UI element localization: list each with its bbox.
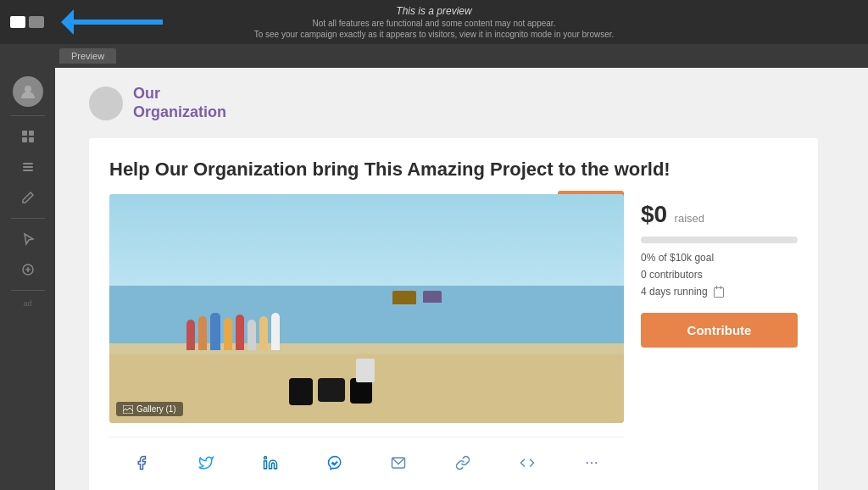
gallery-badge[interactable]: Gallery (1) xyxy=(116,402,183,416)
progress-bar-container xyxy=(641,237,798,243)
svg-rect-7 xyxy=(23,170,33,171)
sidebar-icon-cursor[interactable] xyxy=(14,227,42,251)
raised-amount: $0 xyxy=(641,201,667,227)
top-bar: This is a preview Not all features are f… xyxy=(0,0,868,44)
sidebar-icon-list[interactable] xyxy=(14,155,42,179)
sidebar-divider-3 xyxy=(11,290,45,291)
preview-note: To see your campaign exactly as it appea… xyxy=(254,30,615,39)
view-icons xyxy=(0,16,54,28)
twitter-share-icon[interactable] xyxy=(192,449,220,476)
svg-rect-4 xyxy=(29,137,34,142)
campaign-card: Help Our Organization bring This Amazing… xyxy=(89,138,818,490)
monitor-view-icon[interactable] xyxy=(29,16,44,28)
org-header: Our Organization xyxy=(89,85,843,121)
preview-subtitle: Not all features are functional and some… xyxy=(254,19,615,28)
sidebar-icon-add[interactable] xyxy=(14,258,42,281)
contributors-stat: 0 contributors xyxy=(641,269,798,281)
linkedin-share-icon[interactable] xyxy=(257,449,284,476)
svg-rect-6 xyxy=(23,166,33,168)
contribute-button[interactable]: Contribute xyxy=(641,313,798,348)
campaign-image: Gallery (1) xyxy=(109,194,624,423)
sidebar-icon-grid[interactable] xyxy=(14,125,42,148)
sidebar-divider-2 xyxy=(11,218,45,219)
raised-row: $0 raised xyxy=(641,201,798,228)
main-layout: ad Our Organization Help Our Organizatio… xyxy=(0,68,868,490)
grid-view-icon[interactable] xyxy=(10,16,25,28)
svg-point-14 xyxy=(591,462,593,464)
campaign-body: Subscribe xyxy=(109,194,798,476)
preview-tab[interactable]: Preview xyxy=(59,48,116,64)
second-bar: Preview xyxy=(0,44,868,68)
org-name: Our Organization xyxy=(133,85,226,121)
top-bar-left xyxy=(0,0,163,44)
campaign-title: Help Our Organization bring This Amazing… xyxy=(109,159,798,181)
email-share-icon[interactable] xyxy=(385,449,412,476)
org-logo xyxy=(89,86,123,120)
more-share-icon[interactable] xyxy=(578,449,605,476)
sidebar-divider-1 xyxy=(11,115,45,116)
svg-point-0 xyxy=(25,86,31,92)
svg-point-11 xyxy=(264,457,266,459)
days-running-stat: 4 days running xyxy=(641,286,798,298)
svg-point-13 xyxy=(587,462,588,464)
svg-rect-3 xyxy=(22,137,27,142)
campaign-stats: $0 raised 0% of $10k goal 0 contributors… xyxy=(641,194,798,476)
sidebar-icon-edit[interactable] xyxy=(14,186,42,209)
people-group xyxy=(186,313,280,350)
boats xyxy=(392,291,442,304)
raised-label: raised xyxy=(675,212,704,225)
calendar-icon xyxy=(714,287,724,298)
embed-share-icon[interactable] xyxy=(514,449,541,476)
goal-stat: 0% of $10k goal xyxy=(641,252,798,264)
messenger-share-icon[interactable] xyxy=(321,449,348,476)
arrow-indicator xyxy=(61,9,163,35)
svg-point-15 xyxy=(595,462,597,464)
object xyxy=(356,359,375,382)
preview-banner: This is a preview Not all features are f… xyxy=(254,5,615,39)
avatar[interactable] xyxy=(13,76,43,107)
facebook-share-icon[interactable] xyxy=(128,449,155,476)
share-bar xyxy=(109,437,624,476)
svg-rect-1 xyxy=(22,131,27,136)
link-share-icon[interactable] xyxy=(449,449,476,476)
campaign-image-section: Subscribe xyxy=(109,194,624,476)
sidebar-ad-label: ad xyxy=(23,299,31,308)
left-sidebar: ad xyxy=(0,68,55,490)
svg-rect-2 xyxy=(29,131,34,136)
content-area: Our Organization Help Our Organization b… xyxy=(55,68,868,490)
preview-title: This is a preview xyxy=(254,5,615,17)
svg-rect-5 xyxy=(23,163,33,164)
